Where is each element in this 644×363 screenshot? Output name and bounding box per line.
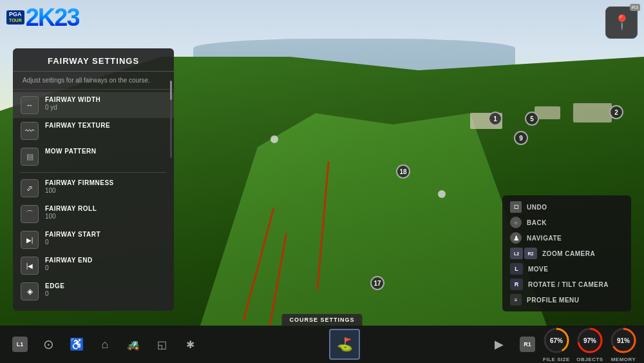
fairway-width-text: FAIRWAY WIDTH 0 yd [45, 96, 166, 111]
toolbar-home-icon[interactable]: ⌂ [91, 331, 118, 358]
back-button-icon: ○ [510, 217, 522, 228]
setting-fairway-firmness[interactable]: ⬀ FAIRWAY FIRMNESS 100 [13, 175, 174, 201]
divider-1 [21, 172, 166, 173]
fairway-width-value: 0 yd [45, 104, 166, 111]
stat-circles: 67% FILE SIZE 97% OBJECTS 91% [542, 326, 638, 362]
hole-number-9: 9 [514, 131, 528, 145]
game-logo: PGA TOUR 2K23 [6, 5, 79, 30]
svg-text:91%: 91% [617, 337, 630, 344]
setting-mow-pattern[interactable]: ▤ MOW PATTERN [13, 144, 174, 170]
hole-number-2: 2 [609, 105, 623, 119]
svg-text:67%: 67% [550, 337, 563, 344]
fairway-roll-value: 100 [45, 213, 166, 220]
mow-pattern-text: MOW PATTERN [45, 148, 166, 155]
setting-fairway-texture[interactable]: 〰 FAIRWAY TEXTURE [13, 118, 174, 144]
profile-menu-label: PROFILE MENU [527, 297, 580, 304]
toolbar-center: ⛳ [329, 329, 360, 360]
fairway-start-icon: ▶| [21, 231, 39, 249]
navigate-button-icon: ♟ [510, 232, 522, 244]
panel-description: Adjust settings for all fairways on the … [13, 77, 174, 90]
setting-fairway-roll[interactable]: ⌒ FAIRWAY ROLL 100 [13, 201, 174, 227]
edge-value: 0 [45, 290, 166, 297]
toolbar-right-icons: ▶ R1 67% FILE SIZE 97% [486, 326, 638, 362]
scroll-thumb [170, 81, 172, 100]
toolbar-left-icons: L1 ⊙ ♿ ⌂ 🚜 ◱ ✱ [6, 331, 204, 358]
fairway-end-label: FAIRWAY END [45, 257, 166, 264]
mow-pattern-label: MOW PATTERN [45, 148, 166, 155]
setting-fairway-end[interactable]: |◀ FAIRWAY END 0 [13, 253, 174, 279]
file-size-stat: 67% FILE SIZE [542, 326, 571, 362]
fairway-end-icon: |◀ [21, 257, 39, 275]
toolbar-crop-icon[interactable]: ◱ [148, 331, 175, 358]
rotate-label: ROTATE / TILT CAMERA [528, 281, 609, 288]
marker-dot-2 [438, 190, 446, 198]
edge-label: EDGE [45, 282, 166, 289]
edge-icon: ◈ [21, 282, 39, 300]
back-label: BACK [527, 219, 547, 226]
course-settings-button[interactable]: COURSE SETTINGS [281, 314, 362, 326]
r-button-icon: R [510, 279, 523, 290]
fairway-settings-panel: FAIRWAY SETTINGS Adjust settings for all… [13, 48, 174, 311]
svg-text:97%: 97% [583, 337, 596, 344]
k23-logo: 2K23 [26, 5, 79, 30]
fairway-width-label: FAIRWAY WIDTH [45, 96, 166, 103]
building-3 [573, 103, 612, 123]
marker-dot-1 [270, 135, 278, 143]
toolbar-settings-icon[interactable]: ✱ [176, 331, 204, 358]
undo-button-icon: ☐ [510, 201, 522, 213]
objects-stat: 97% OBJECTS [576, 326, 604, 362]
fairway-width-icon: ↔ [21, 96, 39, 114]
fairway-firmness-text: FAIRWAY FIRMNESS 100 [45, 179, 166, 194]
bottom-toolbar: L1 ⊙ ♿ ⌂ 🚜 ◱ ✱ ⛳ ▶ R1 [0, 326, 644, 363]
zoom-double-btn: L2 R2 [510, 248, 537, 259]
pga-logo: PGA TOUR [6, 10, 24, 25]
control-back: ○ BACK [510, 215, 623, 230]
memory-stat: 91% MEMORY [609, 326, 638, 362]
control-move: L MOVE [510, 261, 623, 277]
control-zoom-camera: L2 R2 ZOOM CAMERA [510, 246, 623, 261]
objects-ring: 97% [576, 326, 604, 355]
fairway-roll-text: FAIRWAY ROLL 100 [45, 205, 166, 220]
fairway-texture-text: FAIRWAY TEXTURE [45, 122, 166, 129]
hole-number-17: 17 [370, 276, 384, 290]
toolbar-person-icon[interactable]: ♿ [63, 331, 90, 358]
mini-map-button[interactable]: 📍 R3 [605, 6, 638, 39]
fairway-texture-icon: 〰 [21, 122, 39, 140]
fairway-firmness-label: FAIRWAY FIRMNESS [45, 179, 166, 186]
hole-number-18: 18 [396, 164, 410, 179]
controls-panel: ☐ UNDO ○ BACK ♟ NAVIGATE L2 R2 ZOOM CAME… [502, 195, 631, 311]
toolbar-course-icon[interactable]: ⛳ [329, 329, 360, 360]
toolbar-play-icon[interactable]: ▶ [486, 331, 513, 358]
edge-text: EDGE 0 [45, 282, 166, 297]
panel-title: FAIRWAY SETTINGS [13, 48, 174, 72]
fairway-start-text: FAIRWAY START 0 [45, 231, 166, 246]
fairway-texture-label: FAIRWAY TEXTURE [45, 122, 166, 129]
fairway-start-label: FAIRWAY START [45, 231, 166, 238]
toolbar-vehicle-icon[interactable]: 🚜 [120, 331, 147, 358]
l2-button-icon: L2 [510, 248, 523, 259]
file-size-ring: 67% [542, 326, 571, 355]
control-rotate-tilt: R ROTATE / TILT CAMERA [510, 277, 623, 292]
map-icon-symbol: 📍 [613, 14, 630, 31]
mow-pattern-icon: ▤ [21, 148, 39, 166]
toolbar-r1-icon[interactable]: R1 [514, 331, 541, 358]
hole-number-1: 1 [488, 112, 502, 126]
navigate-label: NAVIGATE [527, 235, 562, 242]
fairway-firmness-icon: ⬀ [21, 179, 39, 197]
setting-fairway-width[interactable]: ↔ FAIRWAY WIDTH 0 yd [13, 92, 174, 118]
toolbar-l1-icon[interactable]: L1 [6, 331, 33, 358]
hole-number-5: 5 [525, 112, 539, 126]
control-navigate: ♟ NAVIGATE [510, 230, 623, 246]
toolbar-target-icon[interactable]: ⊙ [35, 331, 62, 358]
setting-edge[interactable]: ◈ EDGE 0 [13, 279, 174, 304]
setting-fairway-start[interactable]: ▶| FAIRWAY START 0 [13, 227, 174, 253]
objects-label: OBJECTS [576, 357, 603, 362]
fairway-start-value: 0 [45, 239, 166, 246]
fairway-roll-icon: ⌒ [21, 205, 39, 223]
scroll-indicator [170, 81, 172, 158]
fairway-roll-label: FAIRWAY ROLL [45, 205, 166, 212]
zoom-camera-label: ZOOM CAMERA [542, 250, 595, 257]
control-undo: ☐ UNDO [510, 199, 623, 215]
l-button-icon: L [510, 263, 523, 275]
control-profile-menu: ≡ PROFILE MENU [510, 292, 623, 308]
